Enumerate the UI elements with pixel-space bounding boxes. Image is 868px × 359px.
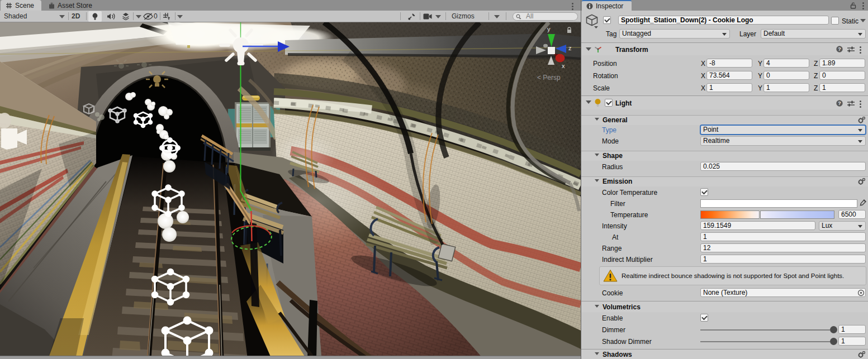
svg-text:< Persp: < Persp	[537, 74, 561, 82]
svg-text:z: z	[568, 45, 572, 51]
svg-text:?: ?	[838, 46, 841, 52]
svg-text:?: ?	[838, 100, 841, 106]
svg-text:y: y	[547, 26, 551, 32]
svg-text:x: x	[562, 63, 565, 69]
